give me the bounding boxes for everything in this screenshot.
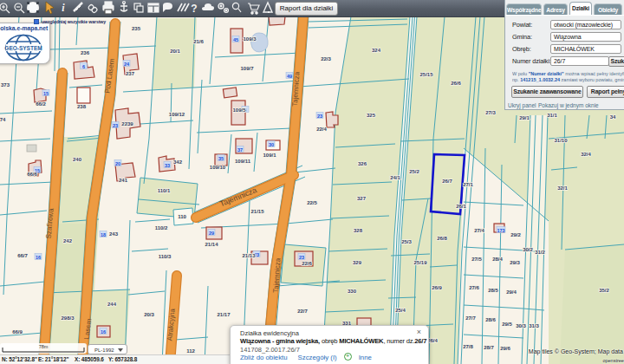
svg-text:28/6: 28/6 <box>485 317 496 322</box>
svg-text:31/3: 31/3 <box>529 323 539 328</box>
svg-text:27/6: 27/6 <box>469 285 479 290</box>
svg-text:74: 74 <box>0 117 6 122</box>
svg-text:20/1: 20/1 <box>170 49 180 54</box>
svg-text:29/2: 29/2 <box>510 232 521 237</box>
svg-text:21/6: 21/6 <box>193 39 204 44</box>
svg-text:241: 241 <box>119 178 128 183</box>
svg-text:110: 110 <box>178 214 186 219</box>
svg-text:24/1: 24/1 <box>390 175 400 180</box>
svg-text:242: 242 <box>63 238 73 244</box>
svg-text:237: 237 <box>126 71 135 76</box>
svg-text:109/7: 109/7 <box>240 66 254 71</box>
svg-text:26/9: 26/9 <box>432 285 442 290</box>
svg-text:22/5: 22/5 <box>307 200 317 205</box>
svg-text:30/3: 30/3 <box>516 323 526 328</box>
svg-text:23: 23 <box>317 114 322 119</box>
svg-text:31/2: 31/2 <box>535 250 545 255</box>
svg-text:110/1: 110/1 <box>158 188 171 193</box>
svg-text:29: 29 <box>209 231 214 236</box>
svg-text:238: 238 <box>77 104 87 109</box>
svg-text:25/4: 25/4 <box>395 308 406 313</box>
svg-text:30: 30 <box>269 142 274 147</box>
svg-text:22/4: 22/4 <box>316 127 327 132</box>
svg-text:23: 23 <box>299 255 304 260</box>
svg-text:27/1: 27/1 <box>463 182 473 187</box>
svg-text:22/7: 22/7 <box>297 309 308 314</box>
svg-text:21/14: 21/14 <box>205 242 218 247</box>
svg-text:2239: 2239 <box>121 121 133 127</box>
svg-text:235: 235 <box>132 26 141 31</box>
svg-text:23: 23 <box>113 123 118 128</box>
svg-text:32/4: 32/4 <box>581 152 591 157</box>
svg-text:25/15: 25/15 <box>419 72 433 77</box>
svg-text:243: 243 <box>109 231 119 237</box>
svg-text:244: 244 <box>107 302 117 307</box>
svg-text:236: 236 <box>81 50 90 55</box>
svg-text:20: 20 <box>115 161 120 166</box>
svg-text:15: 15 <box>43 91 49 96</box>
svg-text:27/8: 27/8 <box>463 344 473 349</box>
svg-text:25/3: 25/3 <box>401 239 412 244</box>
svg-text:37: 37 <box>237 147 243 153</box>
svg-text:27/4: 27/4 <box>474 228 484 233</box>
svg-text:327: 327 <box>357 196 367 201</box>
svg-text:28/7: 28/7 <box>484 345 494 350</box>
svg-text:28/5: 28/5 <box>488 288 498 293</box>
svg-text:110/3: 110/3 <box>159 254 172 259</box>
svg-text:109/12: 109/12 <box>169 112 185 117</box>
svg-text:109/5: 109/5 <box>232 107 246 113</box>
svg-text:66/2: 66/2 <box>36 101 46 107</box>
svg-text:26/6: 26/6 <box>451 81 461 86</box>
svg-text:25/2: 25/2 <box>409 169 419 174</box>
svg-text:66/7: 66/7 <box>17 253 28 258</box>
svg-text:35/2: 35/2 <box>599 288 609 293</box>
svg-text:109/11: 109/11 <box>235 159 251 164</box>
svg-text:325: 325 <box>367 113 376 118</box>
svg-text:16: 16 <box>36 255 41 260</box>
svg-text:33: 33 <box>165 163 170 168</box>
svg-text:29/3: 29/3 <box>510 260 520 265</box>
svg-text:22/3: 22/3 <box>321 56 331 62</box>
svg-text:GEO-SYSTEM: GEO-SYSTEM <box>4 45 42 51</box>
svg-text:29/6: 29/6 <box>500 346 510 351</box>
svg-text:326: 326 <box>358 161 367 166</box>
svg-text:109/3: 109/3 <box>243 36 257 42</box>
svg-text:29/4: 29/4 <box>506 289 517 295</box>
svg-text:20/3: 20/3 <box>144 312 154 317</box>
svg-text:26/8: 26/8 <box>437 236 447 241</box>
svg-text:34: 34 <box>610 114 616 120</box>
svg-text:66/9: 66/9 <box>12 329 23 335</box>
svg-text:109/10: 109/10 <box>210 165 226 170</box>
svg-text:6: 6 <box>82 64 85 69</box>
svg-text:66/6: 66/6 <box>27 172 37 177</box>
svg-text:112: 112 <box>186 348 195 354</box>
svg-text:298/3: 298/3 <box>61 315 75 321</box>
svg-text:26/1: 26/1 <box>456 204 466 209</box>
svg-text:16: 16 <box>101 329 106 335</box>
svg-text:45: 45 <box>233 37 238 42</box>
svg-text:26/4: 26/4 <box>427 338 438 343</box>
svg-text:21/15: 21/15 <box>250 209 264 214</box>
svg-text:32/1: 32/1 <box>557 185 568 191</box>
svg-text:31/10: 31/10 <box>554 138 568 143</box>
svg-text:27/5: 27/5 <box>471 257 482 262</box>
svg-text:31/1: 31/1 <box>547 113 557 118</box>
svg-text:25/19: 25/19 <box>413 260 427 265</box>
svg-text:18: 18 <box>101 232 106 237</box>
svg-text:26/7: 26/7 <box>442 179 452 184</box>
svg-text:49: 49 <box>287 74 292 79</box>
svg-text:328: 328 <box>354 228 363 233</box>
svg-text:109/1: 109/1 <box>263 153 276 158</box>
svg-text:21/17: 21/17 <box>217 312 231 317</box>
svg-text:342: 342 <box>173 159 183 165</box>
svg-text:30/2: 30/2 <box>523 247 533 252</box>
svg-text:330: 330 <box>348 289 357 294</box>
svg-text:29/5: 29/5 <box>502 322 512 327</box>
svg-text:28/4: 28/4 <box>492 257 503 262</box>
svg-text:240: 240 <box>73 157 82 162</box>
svg-text:24: 24 <box>124 62 130 67</box>
svg-text:27/7: 27/7 <box>465 315 476 321</box>
svg-text:373: 373 <box>1 82 10 88</box>
svg-text:35: 35 <box>218 156 224 161</box>
svg-text:29/1: 29/1 <box>519 115 530 120</box>
